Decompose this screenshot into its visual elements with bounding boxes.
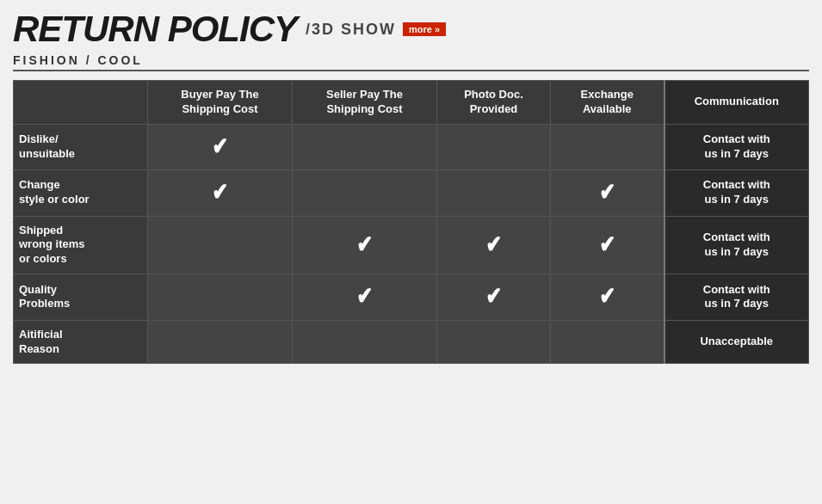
cell-dislike-seller: [293, 124, 437, 169]
col-header-empty: [14, 81, 148, 125]
checkmark-icon: ✔: [356, 281, 372, 312]
table-row: AitificialReason Unacceptable: [14, 320, 809, 364]
checkmark-icon: ✔: [212, 132, 227, 163]
row-label-wrong-items: Shippedwrong itemsor colors: [14, 216, 148, 274]
table-header-row: Buyer Pay TheShipping Cost Seller Pay Th…: [14, 81, 809, 125]
header-subtitle-group: /3D SHOW more »: [306, 21, 446, 39]
row-label-change-style: Changestyle or color: [14, 170, 148, 216]
table-row: Shippedwrong itemsor colors ✔ ✔ ✔ Contac…: [14, 216, 809, 274]
cell-change-seller: [293, 170, 437, 216]
checkmark-icon: ✔: [485, 230, 501, 261]
table-row: QualityProblems ✔ ✔ ✔ Contact withus in …: [14, 274, 809, 320]
subheader: FISHION / COOL: [13, 53, 809, 71]
cell-dislike-comm: Contact withus in 7 days: [664, 124, 809, 169]
cell-wrong-photo: ✔: [437, 216, 551, 274]
cell-artificial-photo: [437, 320, 551, 364]
checkmark-icon: ✔: [599, 177, 615, 208]
cell-wrong-buyer: [148, 216, 293, 274]
cell-dislike-exchange: [551, 124, 664, 169]
header: RETURN POLICY /3D SHOW more »: [13, 9, 809, 50]
col-header-buyer-pay: Buyer Pay TheShipping Cost: [148, 81, 293, 125]
cell-artificial-seller: [293, 320, 437, 364]
table-row: Changestyle or color ✔ ✔ Contact withus …: [14, 170, 809, 216]
cell-quality-seller: ✔: [293, 274, 437, 320]
cell-quality-exchange: ✔: [551, 274, 664, 320]
checkmark-icon: ✔: [485, 281, 501, 312]
page-container: RETURN POLICY /3D SHOW more » FISHION / …: [0, 0, 822, 504]
cell-dislike-buyer: ✔: [148, 124, 293, 169]
unacceptable-label: Unacceptable: [700, 335, 773, 347]
row-label-quality: QualityProblems: [14, 274, 148, 320]
cell-dislike-photo: [437, 124, 551, 169]
cell-quality-buyer: [148, 274, 293, 320]
cell-wrong-exchange: ✔: [551, 216, 664, 274]
checkmark-icon: ✔: [599, 281, 615, 312]
cell-quality-comm: Contact withus in 7 days: [664, 274, 809, 320]
cell-artificial-comm: Unacceptable: [664, 320, 809, 364]
policy-table: Buyer Pay TheShipping Cost Seller Pay Th…: [13, 80, 809, 364]
cell-artificial-exchange: [551, 320, 664, 364]
cell-quality-photo: ✔: [437, 274, 551, 320]
table-row: Dislike/unsuitable ✔ Contact withus in 7…: [14, 124, 809, 169]
header-3d-label: /3D SHOW: [306, 21, 396, 39]
cell-change-comm: Contact withus in 7 days: [664, 170, 809, 216]
col-header-exchange: ExchangeAvailable: [551, 81, 664, 125]
checkmark-icon: ✔: [212, 177, 227, 208]
cell-wrong-seller: ✔: [293, 216, 437, 274]
cell-change-exchange: ✔: [551, 170, 664, 216]
col-header-seller-pay: Seller Pay TheShipping Cost: [293, 81, 437, 125]
page-title: RETURN POLICY: [13, 9, 297, 50]
col-header-communication: Communication: [664, 81, 809, 125]
col-header-photo-doc: Photo Doc.Provided: [437, 81, 551, 125]
cell-change-buyer: ✔: [148, 170, 293, 216]
more-button[interactable]: more »: [403, 22, 446, 36]
row-label-dislike: Dislike/unsuitable: [14, 124, 148, 169]
checkmark-icon: ✔: [599, 230, 615, 261]
cell-artificial-buyer: [148, 320, 293, 364]
row-label-artificial: AitificialReason: [14, 320, 148, 364]
checkmark-icon: ✔: [356, 230, 372, 261]
cell-change-photo: [437, 170, 551, 216]
cell-wrong-comm: Contact withus in 7 days: [664, 216, 809, 274]
